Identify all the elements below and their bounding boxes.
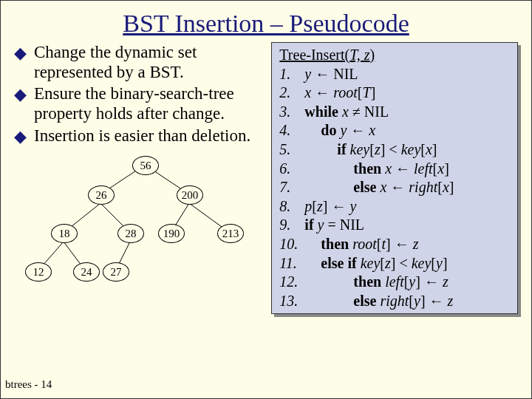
- content-row: ◆ Change the dynamic set represented by …: [1, 38, 531, 318]
- bullet-item: ◆ Insertion is easier than deletion.: [14, 126, 265, 146]
- bullet-text: Ensure the binary-search-tree property h…: [34, 83, 265, 123]
- pseudocode-box: Tree-Insert(T, z) 1.y ← NIL2.x ← root[T]…: [271, 42, 518, 314]
- left-column: ◆ Change the dynamic set represented by …: [14, 42, 271, 318]
- bullet-icon: ◆: [14, 85, 27, 104]
- code-line: 12.then left[y] ← z: [279, 273, 510, 292]
- code-line: 9.if y = NIL: [279, 216, 510, 235]
- bullet-text: Insertion is easier than deletion.: [34, 126, 250, 146]
- code-line: 13.else right[y] ← z: [279, 292, 510, 311]
- bullet-icon: ◆: [14, 127, 27, 146]
- code-header: Tree-Insert(T, z): [279, 46, 510, 65]
- code-line: 1.y ← NIL: [279, 65, 510, 84]
- code-line: 11.else if key[z] < key[y]: [279, 254, 510, 273]
- right-column: Tree-Insert(T, z) 1.y ← NIL2.x ← root[T]…: [271, 42, 518, 318]
- code-line: 8.p[z] ← y: [279, 197, 510, 216]
- code-line: 6.then x ← left[x]: [279, 160, 510, 179]
- code-line: 5.if key[z] < key[x]: [279, 140, 510, 160]
- code-lines: 1.y ← NIL2.x ← root[T]3.while x ≠ NIL4.d…: [279, 65, 510, 311]
- bullet-text: Change the dynamic set represented by a …: [34, 42, 265, 82]
- bullet-icon: ◆: [14, 44, 27, 63]
- code-line: 3.while x ≠ NIL: [279, 103, 510, 122]
- bst-tree-diagram: 56 26 200 18 28 190 213 12 24 27: [14, 149, 265, 318]
- code-line: 2.x ← root[T]: [279, 83, 510, 103]
- slide-footer: btrees - 14: [5, 378, 52, 391]
- code-line: 4.do y ← x: [279, 121, 510, 140]
- bullet-item: ◆ Ensure the binary-search-tree property…: [14, 83, 265, 123]
- code-line: 10.then root[t] ← z: [279, 235, 510, 254]
- page-title: BST Insertion – Pseudocode: [1, 10, 531, 38]
- code-line: 7.else x ← right[x]: [279, 178, 510, 197]
- bullet-item: ◆ Change the dynamic set represented by …: [14, 42, 265, 82]
